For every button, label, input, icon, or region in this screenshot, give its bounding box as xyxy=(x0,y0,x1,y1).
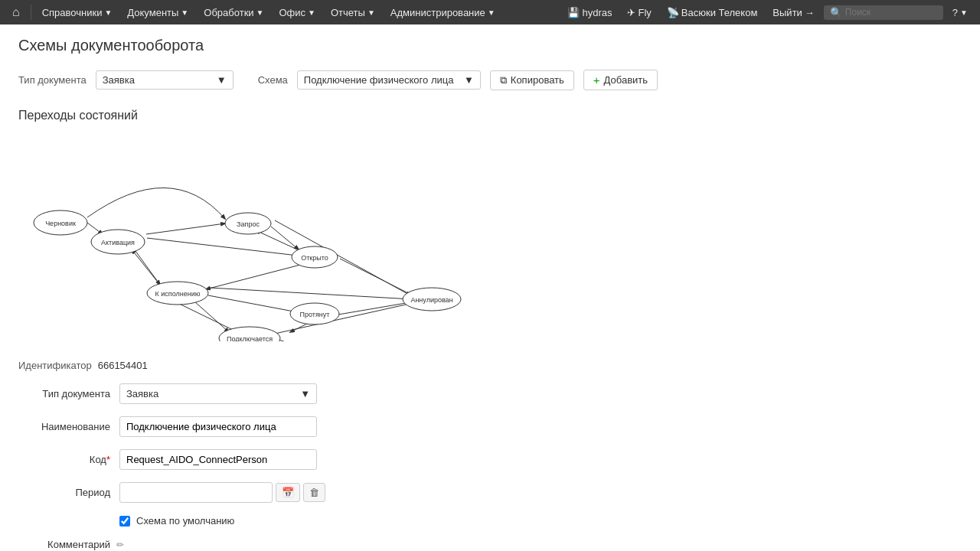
transitions-title: Переходы состояний xyxy=(18,109,962,122)
nav-hydras[interactable]: 💾 hydras xyxy=(561,7,618,18)
form-period-input[interactable] xyxy=(119,482,273,503)
svg-line-2 xyxy=(133,248,160,285)
form-period-label: Период xyxy=(18,487,110,498)
period-input-group: 📅 🗑 xyxy=(119,482,325,503)
nav-ofis[interactable]: Офис ▼ xyxy=(273,0,321,24)
identifier-row: Идентификатор 666154401 xyxy=(18,360,962,371)
nav-otchety[interactable]: Отчеты ▼ xyxy=(325,0,381,24)
server-icon: 💾 xyxy=(567,7,580,18)
form-row-comment: Комментарий ✏ xyxy=(18,539,962,550)
identifier-label: Идентификатор xyxy=(18,360,92,371)
nav-separator xyxy=(31,5,31,20)
svg-line-12 xyxy=(279,340,355,341)
page-content: Схемы документооборота Тип документа Зая… xyxy=(0,24,980,551)
graph-svg: Черновик Активация Запрос Открыто К испо… xyxy=(18,135,493,341)
form-doc-type-label: Тип документа xyxy=(18,388,110,399)
broadcast-icon: 📡 xyxy=(667,7,679,18)
top-navigation: ⌂ Справочники ▼ Документы ▼ Обработки ▼ … xyxy=(0,0,980,24)
svg-line-7 xyxy=(208,295,298,312)
chevron-down-icon: ▼ xyxy=(256,8,264,17)
plus-icon: + xyxy=(593,73,600,86)
doc-type-label: Тип документа xyxy=(18,74,87,86)
nav-logout[interactable]: Выйти → xyxy=(766,7,821,18)
plane-icon: ✈ xyxy=(627,7,635,18)
copy-button[interactable]: ⧉ Копировать xyxy=(490,70,574,90)
svg-line-6 xyxy=(340,259,413,295)
chevron-down-icon: ▼ xyxy=(308,8,315,17)
svg-text:Протянут: Протянут xyxy=(300,311,330,318)
form-row-doc-type: Тип документа Заявка ▼ xyxy=(18,383,962,404)
doc-type-select[interactable]: Заявка ▼ xyxy=(96,70,234,90)
search-icon: 🔍 xyxy=(830,7,842,18)
nav-spravochniki[interactable]: Справочники ▼ xyxy=(36,0,119,24)
form-name-label: Наименование xyxy=(18,421,110,432)
svg-text:Подключается: Подключается xyxy=(227,335,273,341)
trash-icon: 🗑 xyxy=(309,487,319,498)
form-row-name: Наименование xyxy=(18,416,962,437)
svg-line-3 xyxy=(271,227,299,249)
svg-line-8 xyxy=(194,302,229,332)
form-doc-type-select[interactable]: Заявка ▼ xyxy=(119,383,317,404)
form-row-default-schema: Схема по умолчанию xyxy=(119,515,962,527)
edit-comment-icon[interactable]: ✏ xyxy=(116,540,124,550)
form-row-period: Период 📅 🗑 xyxy=(18,482,962,503)
required-star: * xyxy=(106,454,110,465)
form-name-input[interactable] xyxy=(119,416,317,437)
nav-obrabotki[interactable]: Обработки ▼ xyxy=(198,0,270,24)
svg-text:Аннулирован: Аннулирован xyxy=(410,296,452,304)
chevron-down-icon: ▼ xyxy=(181,8,188,17)
form-section: Идентификатор 666154401 Тип документа За… xyxy=(18,360,962,550)
clear-period-button[interactable]: 🗑 xyxy=(303,483,325,502)
help-button[interactable]: ? ▼ xyxy=(946,7,974,18)
nav-vasyuki[interactable]: 📡 Васюки Телеком xyxy=(661,7,764,18)
schema-label: Схема xyxy=(258,74,288,86)
form-code-label: Код* xyxy=(18,454,110,465)
form-row-code: Код* xyxy=(18,449,962,470)
schema-select[interactable]: Подключение физического лица ▼ xyxy=(297,70,481,90)
svg-text:К исполнению: К исполнению xyxy=(155,290,201,298)
state-graph: Черновик Активация Запрос Открыто К испо… xyxy=(18,135,493,341)
chevron-down-icon: ▼ xyxy=(217,74,227,86)
svg-line-9 xyxy=(210,288,412,299)
form-code-input[interactable] xyxy=(119,449,317,470)
svg-line-15 xyxy=(147,238,298,256)
calendar-icon: 📅 xyxy=(282,487,294,498)
help-icon: ? xyxy=(952,7,958,18)
page-title: Схемы документооборота xyxy=(18,37,962,54)
search-box[interactable]: 🔍 xyxy=(824,5,943,20)
svg-line-1 xyxy=(146,223,225,234)
svg-text:Открыто: Открыто xyxy=(301,254,328,262)
chevron-down-icon: ▼ xyxy=(300,388,310,399)
svg-text:Черновик: Черновик xyxy=(45,220,76,227)
logout-icon: → xyxy=(805,7,815,18)
nav-dokumenty[interactable]: Документы ▼ xyxy=(121,0,194,24)
default-schema-label: Схема по умолчанию xyxy=(136,515,234,527)
form-comment-label: Комментарий xyxy=(18,539,110,550)
search-input[interactable] xyxy=(845,7,937,18)
calendar-button[interactable]: 📅 xyxy=(276,483,300,502)
chevron-down-icon: ▼ xyxy=(960,8,968,17)
copy-icon: ⧉ xyxy=(500,74,507,86)
nav-administrirovanie[interactable]: Администрирование ▼ xyxy=(384,0,501,24)
chevron-down-icon: ▼ xyxy=(104,8,112,17)
chevron-down-icon: ▼ xyxy=(488,8,495,17)
identifier-value: 666154401 xyxy=(98,360,148,371)
svg-line-5 xyxy=(206,263,306,289)
default-schema-checkbox[interactable] xyxy=(119,516,130,527)
home-button[interactable]: ⌂ xyxy=(6,0,26,24)
svg-text:Активация: Активация xyxy=(101,239,135,246)
svg-line-11 xyxy=(338,302,415,315)
chevron-down-icon: ▼ xyxy=(368,8,375,17)
nav-fly[interactable]: ✈ Fly xyxy=(621,7,657,18)
toolbar: Тип документа Заявка ▼ Схема Подключение… xyxy=(18,70,962,90)
add-button[interactable]: + Добавить xyxy=(583,70,658,90)
svg-text:Запрос: Запрос xyxy=(237,220,260,228)
nav-right-section: 💾 hydras ✈ Fly 📡 Васюки Телеком Выйти → … xyxy=(561,5,974,20)
chevron-down-icon: ▼ xyxy=(464,74,474,86)
